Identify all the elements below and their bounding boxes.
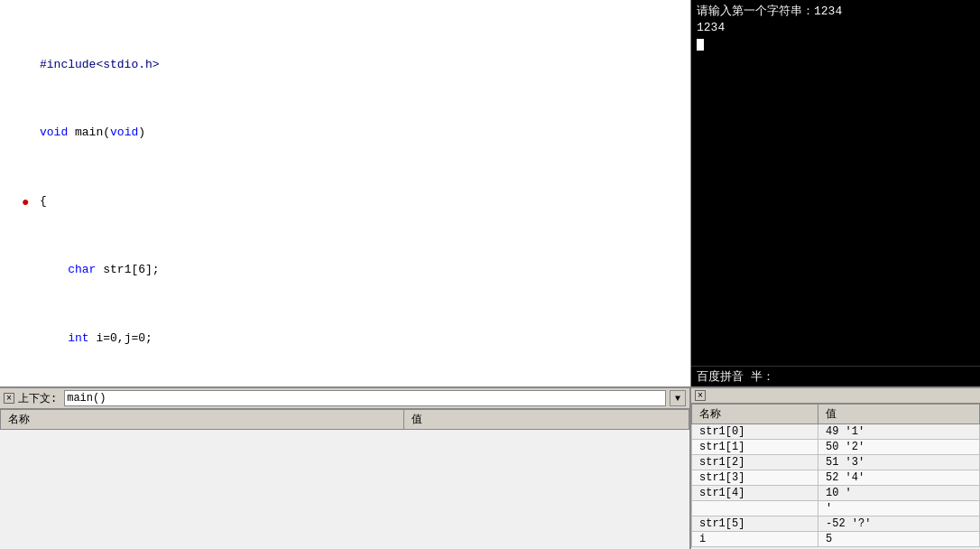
watch-value-cell: 52 '4'	[818, 470, 980, 486]
watch-value-cell: 50 '2'	[818, 440, 980, 455]
ime-label: 百度拼音 半：	[697, 368, 774, 385]
bottom-right-close-btn[interactable]: ×	[695, 390, 706, 401]
table-row: str1[5]-52 '?'	[692, 516, 980, 532]
watch-table: 名称 值 str1[0]49 '1'str1[1]50 '2'str1[2]51…	[691, 404, 980, 547]
watch-value-cell: 10 '	[818, 486, 980, 501]
watch-name-cell: str1[5]	[692, 516, 818, 532]
code-line-1: #include<stdio.h>	[22, 57, 683, 74]
code-line-5: int i=0,j=0;	[22, 330, 683, 348]
bottom-left-toolbar: × 上下文: ▼	[0, 388, 689, 409]
close-icon-right: ×	[698, 391, 703, 401]
gutter-3: ●	[22, 193, 36, 211]
code-line-3: ● {	[22, 193, 683, 211]
watch-value-cell: -52 '?'	[818, 516, 980, 532]
watch-name-cell: str1[4]	[692, 486, 818, 501]
table-row: i5	[692, 532, 980, 547]
main-area: #include<stdio.h> void main(void) ● { ch…	[0, 0, 980, 386]
line-text-1: #include<stdio.h>	[40, 57, 683, 74]
watch-name-cell: str1[3]	[692, 470, 818, 486]
bottom-right-toolbar: ×	[691, 388, 980, 404]
bottom-left-content: 名称 值	[0, 409, 689, 549]
context-label: 上下文:	[18, 391, 57, 406]
context-dropdown-btn[interactable]: ▼	[670, 390, 686, 406]
code-panel[interactable]: #include<stdio.h> void main(void) ● { ch…	[0, 0, 691, 386]
right-panel: 请输入第一个字符串：1234 1234 百度拼音 半：	[691, 0, 980, 386]
bottom-left-close-btn[interactable]: ×	[4, 393, 14, 404]
context-input[interactable]	[64, 390, 666, 406]
dropdown-icon: ▼	[675, 394, 680, 404]
watch-name-cell: i	[692, 532, 818, 547]
table-row: str1[1]50 '2'	[692, 440, 980, 455]
watch-value-cell: '	[818, 501, 980, 516]
terminal-panel: 请输入第一个字符串：1234 1234	[691, 0, 980, 366]
line-text-3: {	[40, 193, 683, 210]
watch-col-value: 值	[818, 405, 980, 424]
watch-name-cell: str1[2]	[692, 455, 818, 470]
watch-name-cell	[692, 501, 818, 516]
watch-col-name: 名称	[692, 405, 818, 424]
locals-col-value: 值	[403, 410, 689, 430]
line-text-5: int i=0,j=0;	[40, 330, 683, 348]
watch-value-cell: 49 '1'	[818, 424, 980, 440]
terminal-line-1: 请输入第一个字符串：1234	[697, 4, 975, 20]
code-line-4: char str1[6];	[22, 262, 683, 279]
bottom-right-content: 名称 值 str1[0]49 '1'str1[1]50 '2'str1[2]51…	[691, 404, 980, 549]
watch-name-cell: str1[0]	[692, 424, 818, 440]
line-text-2: void main(void)	[40, 125, 683, 142]
close-icon: ×	[6, 394, 12, 404]
locals-col-name: 名称	[1, 410, 404, 430]
terminal-line-2: 1234	[697, 20, 975, 36]
watch-table-body: str1[0]49 '1'str1[1]50 '2'str1[2]51 '3's…	[692, 424, 980, 547]
table-row: '	[692, 501, 980, 516]
bottom-section: × 上下文: ▼ 名称 值 ×	[0, 386, 980, 549]
bottom-right-panel: × 名称 值 str1[0]49 '1'str1[1]50 '2'str1[2]…	[691, 388, 980, 549]
code-line-2: void main(void)	[22, 125, 683, 142]
terminal-cursor	[697, 39, 704, 51]
table-row: str1[3]52 '4'	[692, 470, 980, 486]
locals-table: 名称 值	[0, 409, 689, 430]
bottom-left-panel: × 上下文: ▼ 名称 值	[0, 388, 691, 549]
table-row: str1[4]10 '	[692, 486, 980, 501]
terminal-line-3	[697, 36, 975, 52]
table-row: str1[2]51 '3'	[692, 455, 980, 470]
watch-value-cell: 5	[818, 532, 980, 547]
watch-name-cell: str1[1]	[692, 440, 818, 455]
code-content: #include<stdio.h> void main(void) ● { ch…	[0, 4, 690, 386]
watch-value-cell: 51 '3'	[818, 455, 980, 470]
line-text-4: char str1[6];	[40, 262, 683, 279]
table-row: str1[0]49 '1'	[692, 424, 980, 440]
terminal-bottom-bar: 百度拼音 半：	[691, 366, 980, 386]
